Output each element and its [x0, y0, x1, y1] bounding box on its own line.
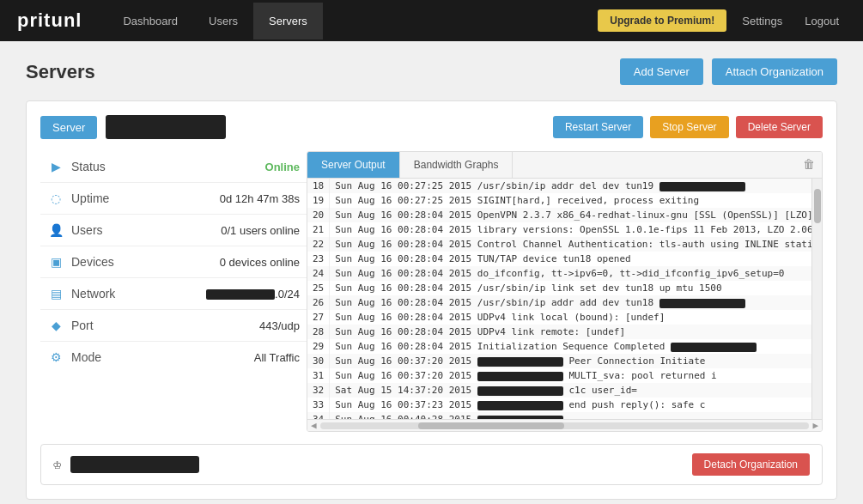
clear-log-icon[interactable]: 🗑 — [803, 158, 815, 172]
main-card: Server Restart Server Stop Server Delete… — [26, 100, 837, 500]
output-tabs-left: Server Output Bandwidth Graphs — [307, 152, 513, 178]
log-line-number: 25 — [307, 281, 330, 295]
log-line-number: 21 — [307, 222, 330, 237]
log-line-number: 20 — [307, 208, 330, 222]
server-row-actions: Restart Server Stop Server Delete Server — [553, 116, 823, 138]
log-line-number: 32 — [307, 383, 330, 398]
devices-value: 0 devices online — [220, 256, 300, 269]
log-line-content: Sun Aug 16 00:28:04 2015 /usr/sbin/ip ad… — [330, 295, 811, 310]
redacted-block — [671, 343, 757, 352]
server-label-button[interactable]: Server — [40, 116, 97, 139]
log-line-number: 27 — [307, 310, 330, 325]
log-row: 24Sun Aug 16 00:28:04 2015 do_ifconfig, … — [307, 266, 811, 281]
log-row: 26Sun Aug 16 00:28:04 2015 /usr/sbin/ip … — [307, 295, 811, 310]
log-row: 34Sun Aug 16 00:40:28 2015 — [307, 412, 811, 419]
nav-servers[interactable]: Servers — [253, 3, 323, 39]
nav-links: Dashboard Users Servers — [107, 3, 598, 39]
log-row: 32Sat Aug 15 14:37:20 2015 c1c user_id= — [307, 383, 811, 398]
vscroll-bar[interactable] — [811, 179, 822, 419]
log-line-number: 28 — [307, 325, 330, 339]
log-output[interactable]: 18Sun Aug 16 00:27:25 2015 /usr/sbin/ip … — [307, 179, 811, 419]
restart-server-button[interactable]: Restart Server — [553, 116, 643, 138]
log-line-content: Sun Aug 16 00:28:04 2015 UDPv4 link remo… — [330, 325, 811, 339]
logout-link[interactable]: Logout — [798, 15, 846, 27]
redacted-block — [477, 372, 563, 381]
log-line-number: 18 — [307, 179, 330, 193]
redacted-block — [477, 357, 563, 367]
nav-users[interactable]: Users — [193, 3, 253, 39]
org-row-left: ♔ — [53, 456, 199, 473]
log-line-number: 23 — [307, 252, 330, 266]
log-line-content: Sun Aug 16 00:28:04 2015 Initialization … — [330, 339, 811, 354]
nav-dashboard[interactable]: Dashboard — [107, 3, 193, 39]
log-row: 21Sun Aug 16 00:28:04 2015 library versi… — [307, 222, 811, 237]
detach-organization-button[interactable]: Detach Organization — [692, 453, 810, 476]
users-icon: 👤 — [47, 223, 64, 237]
settings-link[interactable]: Settings — [735, 15, 789, 27]
network-row: ▤ Network .0/24 — [40, 278, 307, 310]
log-row: 29Sun Aug 16 00:28:04 2015 Initializatio… — [307, 339, 811, 354]
hscroll-left-arrow[interactable]: ◀ — [311, 420, 320, 431]
devices-label: ▣ Devices — [47, 255, 114, 269]
log-line-content: Sun Aug 16 00:28:04 2015 UDPv4 link loca… — [330, 310, 811, 325]
devices-row: ▣ Devices 0 devices online — [40, 246, 307, 278]
port-value: 443/udp — [259, 319, 300, 332]
page-header: Servers Add Server Attach Organization — [26, 58, 837, 85]
upgrade-button[interactable]: Upgrade to Premium! — [598, 9, 726, 32]
add-server-button[interactable]: Add Server — [620, 58, 703, 85]
log-line-content: Sun Aug 16 00:28:04 2015 /usr/sbin/ip li… — [330, 281, 811, 295]
hscroll-track[interactable] — [320, 422, 810, 429]
log-row: 19Sun Aug 16 00:27:25 2015 SIGINT[hard,]… — [307, 193, 811, 208]
log-row: 18Sun Aug 16 00:27:25 2015 /usr/sbin/ip … — [307, 179, 811, 193]
mode-icon: ⚙ — [47, 350, 64, 364]
hscroll-thumb — [418, 422, 565, 429]
mode-row: ⚙ Mode All Traffic — [40, 342, 307, 373]
delete-server-button[interactable]: Delete Server — [736, 116, 823, 138]
page-content: Servers Add Server Attach Organization S… — [0, 41, 863, 504]
users-value: 0/1 users online — [221, 224, 300, 237]
log-row: 27Sun Aug 16 00:28:04 2015 UDPv4 link lo… — [307, 310, 811, 325]
server-row: Server Restart Server Stop Server Delete… — [40, 115, 823, 139]
log-row: 23Sun Aug 16 00:28:04 2015 TUN/TAP devic… — [307, 252, 811, 266]
uptime-row: ◌ Uptime 0d 12h 47m 38s — [40, 183, 307, 215]
log-line-number: 33 — [307, 398, 330, 412]
uptime-icon: ◌ — [47, 191, 64, 205]
attach-organization-button[interactable]: Attach Organization — [712, 58, 837, 85]
hscroll-right-arrow[interactable]: ▶ — [809, 420, 818, 431]
status-icon: ▶ — [47, 160, 64, 173]
status-value: Online — [265, 161, 300, 173]
left-panel: ▶ Status Online ◌ Uptime 0d 12h 47m 38s … — [40, 151, 307, 432]
log-line-content: Sun Aug 16 00:28:04 2015 Control Channel… — [330, 237, 811, 252]
status-row: ▶ Status Online — [40, 151, 307, 183]
log-table: 18Sun Aug 16 00:27:25 2015 /usr/sbin/ip … — [307, 179, 811, 419]
server-row-left: Server — [40, 115, 226, 139]
log-line-content: Sun Aug 16 00:28:04 2015 library version… — [330, 222, 811, 237]
stop-server-button[interactable]: Stop Server — [650, 116, 728, 138]
tab-bandwidth-graphs[interactable]: Bandwidth Graphs — [400, 152, 514, 178]
status-label: ▶ Status — [47, 160, 106, 173]
tab-server-output[interactable]: Server Output — [307, 152, 400, 178]
log-line-content: Sun Aug 16 00:37:23 2015 end push reply(… — [330, 398, 811, 412]
log-line-content: Sun Aug 16 00:37:20 2015 MULTI_sva: pool… — [330, 368, 811, 383]
log-line-number: 29 — [307, 339, 330, 354]
log-line-content: Sun Aug 16 00:27:25 2015 /usr/sbin/ip ad… — [330, 179, 811, 193]
log-line-content: Sun Aug 16 00:27:25 2015 SIGINT[hard,] r… — [330, 193, 811, 208]
network-value: .0/24 — [206, 288, 300, 301]
app-logo: pritunl — [17, 9, 82, 32]
log-line-number: 34 — [307, 412, 330, 419]
log-row: 33Sun Aug 16 00:37:23 2015 end push repl… — [307, 398, 811, 412]
log-line-content: Sun Aug 16 00:40:28 2015 — [330, 412, 811, 419]
vscroll-thumb — [814, 189, 821, 223]
redacted-block — [477, 386, 563, 396]
log-line-number: 31 — [307, 368, 330, 383]
port-label: ◆ Port — [47, 319, 94, 332]
port-row: ◆ Port 443/udp — [40, 310, 307, 342]
users-row: 👤 Users 0/1 users online — [40, 215, 307, 246]
org-icon: ♔ — [53, 456, 62, 473]
log-row: 20Sun Aug 16 00:28:04 2015 OpenVPN 2.3.7… — [307, 208, 811, 222]
topnav-right: Upgrade to Premium! Settings Logout — [598, 9, 846, 32]
log-row: 25Sun Aug 16 00:28:04 2015 /usr/sbin/ip … — [307, 281, 811, 295]
output-tabs: Server Output Bandwidth Graphs 🗑 — [307, 152, 822, 179]
org-name-redacted — [70, 456, 199, 473]
uptime-value: 0d 12h 47m 38s — [220, 192, 300, 205]
